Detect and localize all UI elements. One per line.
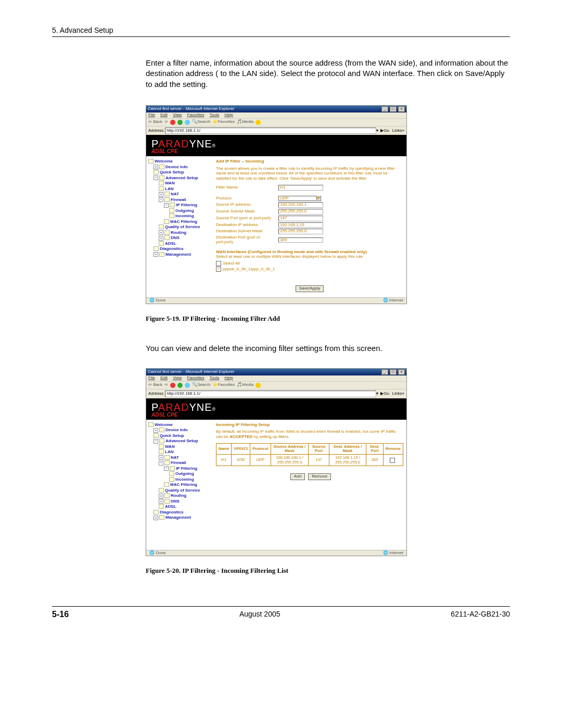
- nav-nat[interactable]: +NAT: [159, 192, 211, 197]
- back-button[interactable]: ⇦ Back: [148, 120, 162, 124]
- nav-management[interactable]: +Management: [154, 515, 211, 520]
- nav-qos[interactable]: Quality of Service: [159, 224, 211, 229]
- expand-icon[interactable]: +: [159, 494, 163, 498]
- links-chevron-icon[interactable]: »: [402, 129, 404, 133]
- history-icon[interactable]: [256, 120, 261, 125]
- maximize-icon[interactable]: □: [390, 369, 397, 375]
- input-src-mask[interactable]: 255.255.255.0: [278, 209, 323, 215]
- input-src-port[interactable]: 147: [278, 216, 323, 221]
- minimize-icon[interactable]: _: [381, 369, 388, 375]
- nav-dns[interactable]: +DNS: [159, 235, 211, 241]
- expand-icon[interactable]: +: [159, 499, 163, 504]
- menu-help[interactable]: Help: [225, 375, 233, 380]
- input-filter-name[interactable]: in1: [278, 185, 323, 191]
- refresh-icon[interactable]: [177, 120, 183, 125]
- input-dst-mask[interactable]: 255.255.255.0: [278, 229, 323, 234]
- nav-quick-setup[interactable]: Quick Setup: [154, 433, 211, 438]
- nav-ip-filtering[interactable]: −IP Filtering: [164, 203, 211, 208]
- nav-adsl[interactable]: ADSL: [159, 504, 211, 509]
- fwd-button[interactable]: ⇨: [164, 383, 168, 387]
- nav-dns[interactable]: +DNS: [159, 499, 211, 504]
- maximize-icon[interactable]: □: [390, 106, 397, 112]
- checkbox-select-all[interactable]: [216, 261, 221, 266]
- save-apply-button[interactable]: Save/Apply: [296, 285, 324, 292]
- expand-icon[interactable]: +: [154, 165, 158, 169]
- refresh-icon[interactable]: [177, 383, 183, 388]
- menu-favorites[interactable]: Favorites: [187, 375, 205, 380]
- nav-firewall[interactable]: −Firewall: [159, 460, 211, 466]
- menu-view[interactable]: View: [173, 112, 182, 117]
- nav-ip-filtering[interactable]: −IP Filtering: [164, 466, 211, 471]
- checkbox-iface[interactable]: ✓: [216, 267, 221, 272]
- collapse-icon[interactable]: −: [154, 175, 158, 180]
- nav-routing[interactable]: +Routing: [159, 493, 211, 498]
- menu-tools[interactable]: Tools: [210, 375, 220, 380]
- home-icon[interactable]: [185, 120, 190, 125]
- addr-dropdown-icon[interactable]: ▾: [376, 129, 378, 133]
- nav-outgoing[interactable]: Outgoing: [169, 471, 211, 476]
- nav-incoming[interactable]: Incoming: [169, 477, 211, 482]
- favorites-button[interactable]: ⭐Favorites: [212, 383, 235, 387]
- remove-checkbox[interactable]: [390, 458, 395, 463]
- input-dst-ip[interactable]: 192.168.1.15: [278, 222, 323, 228]
- minimize-icon[interactable]: _: [381, 106, 388, 112]
- go-button[interactable]: ▶Go: [380, 129, 389, 133]
- nav-adsl[interactable]: ADSL: [159, 241, 211, 246]
- home-icon[interactable]: [185, 383, 190, 388]
- nav-advanced-setup[interactable]: −Advanced Setup: [154, 175, 211, 181]
- nav-nat[interactable]: +NAT: [159, 455, 211, 460]
- expand-icon[interactable]: +: [159, 230, 163, 235]
- menu-file[interactable]: File: [148, 375, 155, 380]
- nav-wan[interactable]: WAN: [159, 444, 211, 449]
- nav-firewall[interactable]: −Firewall: [159, 197, 211, 203]
- fwd-button[interactable]: ⇨: [164, 120, 168, 124]
- expand-icon[interactable]: +: [154, 516, 158, 520]
- close-icon[interactable]: ×: [398, 369, 405, 375]
- menu-edit[interactable]: Edit: [160, 375, 168, 380]
- nav-lan[interactable]: LAN: [159, 186, 211, 191]
- menu-edit[interactable]: Edit: [160, 112, 168, 117]
- menu-view[interactable]: View: [173, 375, 182, 380]
- nav-diagnostics[interactable]: Diagnostics: [154, 510, 211, 514]
- favorites-button[interactable]: ⭐Favorites: [212, 120, 235, 124]
- close-icon[interactable]: ×: [398, 106, 405, 112]
- addr-dropdown-icon[interactable]: ▾: [376, 392, 378, 396]
- nav-management[interactable]: +Management: [154, 252, 211, 257]
- collapse-icon[interactable]: −: [159, 461, 163, 466]
- history-icon[interactable]: [256, 383, 261, 388]
- nav-device-info[interactable]: +Device Info: [154, 165, 211, 170]
- nav-mac-filtering[interactable]: MAC Filtering: [164, 482, 211, 487]
- stop-icon[interactable]: [170, 120, 175, 125]
- media-button[interactable]: 🎵Media: [237, 120, 253, 124]
- nav-outgoing[interactable]: Outgoing: [169, 208, 211, 213]
- nav-welcome[interactable]: Welcome: [148, 422, 211, 427]
- nav-mac-filtering[interactable]: MAC Filtering: [164, 219, 211, 224]
- menu-help[interactable]: Help: [225, 112, 233, 117]
- links-label[interactable]: Links: [392, 129, 402, 133]
- search-button[interactable]: 🔍Search: [192, 120, 210, 124]
- menu-file[interactable]: File: [148, 112, 155, 117]
- expand-icon[interactable]: +: [159, 455, 163, 460]
- menu-tools[interactable]: Tools: [210, 112, 220, 117]
- remove-button[interactable]: Remove: [308, 473, 331, 480]
- expand-icon[interactable]: +: [159, 236, 163, 241]
- address-input[interactable]: http://192.168.1.1/: [165, 391, 376, 397]
- nav-welcome[interactable]: Welcome: [148, 159, 211, 164]
- nav-qos[interactable]: Quality of Service: [159, 488, 211, 493]
- nav-routing[interactable]: +Routing: [159, 230, 211, 235]
- collapse-icon[interactable]: −: [154, 439, 158, 444]
- nav-device-info[interactable]: +Device Info: [154, 428, 211, 433]
- input-src-ip[interactable]: 100.100.100.1: [278, 202, 323, 208]
- add-button[interactable]: Add: [290, 473, 305, 480]
- collapse-icon[interactable]: −: [164, 203, 169, 208]
- expand-icon[interactable]: +: [159, 192, 163, 197]
- nav-incoming[interactable]: Incoming: [169, 214, 211, 218]
- expand-icon[interactable]: +: [154, 252, 158, 257]
- address-input[interactable]: http://192.168.1.1/: [165, 128, 376, 134]
- stop-icon[interactable]: [170, 383, 175, 388]
- collapse-icon[interactable]: −: [159, 197, 163, 202]
- back-button[interactable]: ⇦ Back: [148, 383, 162, 387]
- input-dst-port[interactable]: 369: [278, 237, 323, 243]
- go-button[interactable]: ▶Go: [380, 392, 389, 396]
- nav-diagnostics[interactable]: Diagnostics: [154, 246, 211, 251]
